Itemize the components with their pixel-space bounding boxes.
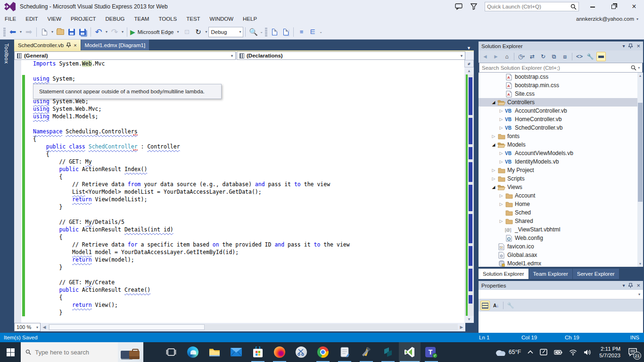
home-icon[interactable]: ⌂	[502, 52, 512, 61]
menu-file[interactable]: FILE	[0, 14, 21, 24]
start-button[interactable]	[0, 342, 21, 362]
tree-item[interactable]: ▷VBAccountViewModels.vb	[479, 149, 643, 157]
tree-item[interactable]: ◢Models	[479, 140, 643, 149]
close-button[interactable]: ×	[627, 1, 641, 12]
code-line[interactable]	[33, 211, 446, 218]
menu-team[interactable]: TEAM	[129, 14, 154, 24]
tree-item[interactable]: ▷VBAccountController.vb	[479, 107, 643, 115]
close-icon[interactable]: ×	[636, 282, 640, 289]
tab-model1-edmx[interactable]: Model1.edmx [Diagram1]	[81, 40, 149, 50]
collapse-icon[interactable]: ◢	[490, 100, 497, 105]
create-linked-item-button[interactable]	[269, 26, 280, 38]
save-all-button[interactable]	[77, 26, 89, 38]
toolbar-grip[interactable]	[3, 28, 6, 36]
wifi-icon[interactable]	[566, 342, 580, 362]
expand-icon[interactable]: ▷	[497, 151, 505, 156]
tree-item[interactable]: ▷My Project	[479, 166, 643, 174]
code-line[interactable]	[33, 271, 446, 279]
minimize-button[interactable]	[586, 1, 600, 12]
scrollbar-track[interactable]	[48, 324, 458, 330]
property-pages-wrench-icon[interactable]: 🔧	[506, 301, 515, 310]
restore-button[interactable]	[606, 1, 620, 12]
tablet-icon[interactable]	[537, 342, 551, 362]
code-editor[interactable]: Imports System.Web.Mvc using System; usi…	[14, 60, 465, 323]
collapse-icon[interactable]: ◢	[490, 142, 497, 147]
filter-icon[interactable]	[470, 3, 478, 10]
chevron-down-icon[interactable]: ▾	[120, 30, 125, 34]
scroll-down-icon[interactable]: ▼	[464, 316, 474, 323]
properties-title-bar[interactable]: Properties ▾ ×	[479, 281, 643, 290]
preview-selected-items-icon[interactable]	[596, 52, 606, 61]
expand-icon[interactable]: ▷	[497, 117, 505, 122]
search-highlight-image[interactable]	[118, 342, 143, 362]
expand-icon[interactable]: ▷	[490, 168, 497, 173]
menu-tools[interactable]: TOOLS	[154, 14, 182, 24]
tree-item[interactable]: ▷VBHomeController.vb	[479, 115, 643, 123]
find-in-files-button[interactable]: 🔍	[248, 26, 259, 38]
tree-item[interactable]: ▷Scripts	[479, 174, 643, 183]
refresh-icon[interactable]: ↻	[538, 52, 548, 61]
toolbar-overflow-icon[interactable]: ⌄	[318, 30, 323, 34]
toolbar-overflow-icon[interactable]: ⌄	[259, 30, 264, 34]
scrollbar-thumb[interactable]	[49, 324, 205, 330]
navigate-forward-button[interactable]: ➡	[23, 26, 34, 38]
tab-schedcontroller[interactable]: SchedController.vb ×	[14, 40, 81, 50]
scroll-down-icon[interactable]: ▼	[637, 261, 643, 267]
clock[interactable]: 2:11 PM 5/7/2023	[594, 342, 625, 362]
code-line[interactable]: Imports System.Web.Mvc	[33, 60, 446, 67]
refresh-button[interactable]: ↻	[192, 26, 204, 38]
teams-taskbar-button[interactable]: T✓	[421, 342, 442, 362]
tree-item[interactable]: ▷VBIdentityModels.vb	[479, 157, 643, 166]
expand-icon[interactable]: ▷	[497, 193, 505, 198]
code-line[interactable]: // Retrieve data for a specific item bas…	[33, 241, 446, 248]
task-view-taskbar-button[interactable]	[160, 342, 182, 362]
tab-solution-explorer[interactable]: Solution Explorer	[479, 269, 528, 279]
code-line[interactable]: {	[33, 173, 446, 181]
open-file-button[interactable]	[55, 26, 66, 38]
menu-help[interactable]: HELP	[238, 14, 262, 24]
code-line[interactable]: public ActionResult Index()	[33, 165, 446, 173]
tray-overflow-chevron-icon[interactable]	[524, 342, 537, 362]
mail-taskbar-button[interactable]	[225, 342, 247, 362]
members-combo[interactable]: (Declarations) ▾	[237, 51, 465, 60]
weather-button[interactable]: 65°F	[491, 342, 525, 362]
tree-scrollbar[interactable]: ▲ ▼	[637, 73, 643, 267]
chevron-down-icon[interactable]: ▾	[104, 30, 109, 34]
search-icon[interactable]	[570, 4, 577, 10]
scrollbar-track[interactable]	[464, 74, 474, 316]
categorized-icon[interactable]	[480, 301, 490, 310]
tree-item[interactable]: Sched	[479, 208, 643, 217]
chrome-taskbar-button[interactable]	[312, 342, 334, 362]
properties-wrench-icon[interactable]: 🔧	[586, 52, 595, 61]
code-line[interactable]: public class SchedController : Controlle…	[33, 143, 446, 150]
collapse-icon[interactable]: ◢	[490, 185, 497, 189]
scrollbar-thumb[interactable]	[638, 103, 643, 202]
solution-search-input[interactable]	[482, 65, 631, 71]
chevron-down-icon[interactable]: ▾	[50, 30, 55, 34]
close-icon[interactable]: ×	[636, 42, 640, 49]
file-explorer-taskbar-button[interactable]	[204, 342, 225, 362]
menu-project[interactable]: PROJECT	[66, 14, 101, 24]
expand-icon[interactable]: ▷	[490, 134, 497, 139]
tree-item[interactable]: Abootstrap.min.css	[479, 81, 643, 90]
battery-icon[interactable]	[551, 342, 566, 362]
code-line[interactable]: // GET: My	[33, 158, 446, 165]
close-icon[interactable]: ×	[74, 42, 76, 48]
code-line[interactable]: Model1 model = YourDataAccessLayer.GetIt…	[33, 248, 446, 256]
code-line[interactable]: // GET: My/Create	[33, 279, 446, 286]
taskbar-search-input[interactable]	[35, 349, 118, 356]
pending-changes-filter-icon[interactable]: ◷▾	[517, 52, 526, 61]
code-line[interactable]: {	[33, 233, 446, 241]
search-icon[interactable]	[631, 65, 636, 71]
window-menu-chevron-icon[interactable]: ▾	[622, 283, 625, 288]
back-icon[interactable]: ◄	[480, 52, 490, 61]
volume-icon[interactable]	[580, 342, 594, 362]
code-line[interactable]: using Model1.Models;	[33, 113, 446, 120]
code-text[interactable]: Imports System.Web.Mvc using System; usi…	[14, 60, 446, 316]
types-combo[interactable]: (General) ▾	[14, 51, 236, 60]
collapse-all-icon[interactable]: ⧉	[549, 52, 559, 61]
code-line[interactable]: public ActionResult Create()	[33, 286, 446, 294]
tree-item[interactable]: Model1.edmx	[479, 259, 643, 267]
notepad-taskbar-button[interactable]	[334, 342, 355, 362]
code-line[interactable]: }	[33, 203, 446, 211]
